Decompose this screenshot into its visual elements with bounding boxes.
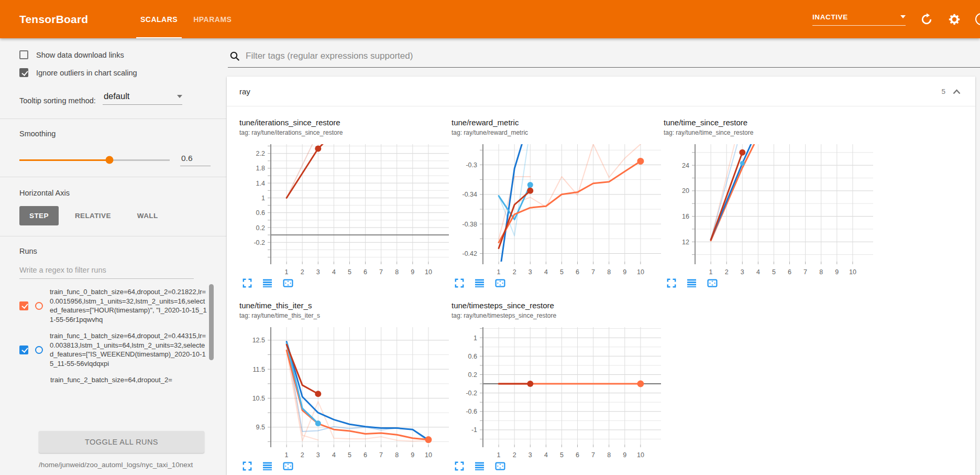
horizontal-axis-label: Horizontal Axis <box>19 189 211 197</box>
axis-option-relative[interactable]: RELATIVE <box>65 206 121 225</box>
run-row-train-func-0[interactable]: train_func_0_batch_size=64,dropout_2=0.2… <box>19 287 208 324</box>
help-icon[interactable] <box>975 13 980 25</box>
expand-chart-icon[interactable] <box>242 278 252 288</box>
svg-text:7: 7 <box>591 451 595 459</box>
chart-actions <box>452 461 664 471</box>
tab-hparams[interactable]: HPARAMS <box>185 0 239 38</box>
ignore-outliers-checkbox-row[interactable]: Ignore outliers in chart scaling <box>19 68 211 77</box>
chart-title: tune/time_this_iter_s <box>239 301 452 310</box>
runs-filter-input[interactable] <box>19 262 194 279</box>
line-chart[interactable]: 1234567891010.60.2-0.2-0.6-1 <box>452 324 665 459</box>
svg-text:12: 12 <box>682 239 689 246</box>
svg-text:12.5: 12.5 <box>252 337 265 344</box>
svg-text:-0.3: -0.3 <box>466 161 477 169</box>
fit-domain-icon[interactable] <box>282 461 294 471</box>
expand-chart-icon[interactable] <box>242 461 252 471</box>
settings-gear-icon[interactable] <box>948 13 961 26</box>
chart-card: tune/time_this_iter_s tag: ray/tune/time… <box>239 301 452 471</box>
card-header[interactable]: ray 5 <box>227 77 975 106</box>
fit-domain-icon[interactable] <box>282 278 294 288</box>
run-selector-icon[interactable] <box>686 278 697 288</box>
main-content: ray 5 tune/iterations_since_restore tag:… <box>226 38 980 475</box>
chart-tag: tag: ray/tune/time_this_iter_s <box>239 312 452 319</box>
svg-text:5: 5 <box>348 451 351 459</box>
svg-text:2: 2 <box>301 451 304 459</box>
chart-card: tune/reward_metric tag: ray/tune/reward_… <box>452 118 664 288</box>
chevron-down-icon <box>177 95 182 98</box>
line-chart[interactable]: 1234567891024201612 <box>664 141 877 276</box>
expand-chart-icon[interactable] <box>666 278 677 288</box>
run-color-circle[interactable] <box>35 346 43 354</box>
chart-actions <box>239 461 452 471</box>
smoothing-slider-thumb[interactable] <box>106 156 114 164</box>
chart-title: tune/time_since_restore <box>664 118 876 127</box>
chevron-up-icon[interactable] <box>952 88 961 95</box>
chart-card: tune/time_since_restore tag: ray/tune/ti… <box>664 118 876 288</box>
chart-actions <box>239 278 452 288</box>
run-name: train_func_1_batch_size=64,dropout_2=0.4… <box>50 331 208 368</box>
smoothing-value-field[interactable]: 0.6 <box>180 154 211 166</box>
svg-text:2: 2 <box>301 268 304 276</box>
runs-scrollbar[interactable] <box>209 284 214 360</box>
svg-text:10.5: 10.5 <box>252 395 265 402</box>
reload-icon[interactable] <box>920 13 933 26</box>
svg-text:11.5: 11.5 <box>253 366 265 373</box>
run-selector-icon[interactable] <box>474 278 485 288</box>
toggle-all-runs-button[interactable]: TOGGLE ALL RUNS <box>39 431 204 453</box>
svg-text:0.6: 0.6 <box>468 353 477 360</box>
svg-text:10: 10 <box>637 268 644 276</box>
fit-domain-icon[interactable] <box>707 278 718 288</box>
show-download-links-checkbox-row[interactable]: Show data download links <box>19 50 211 59</box>
svg-text:7: 7 <box>803 268 807 276</box>
chart-actions <box>664 278 876 288</box>
show-download-links-label: Show data download links <box>36 51 124 59</box>
reload-status-dropdown[interactable]: INACTIVE <box>812 13 906 26</box>
run-color-circle[interactable] <box>35 302 43 310</box>
svg-text:9: 9 <box>623 268 626 276</box>
chart-tag: tag: ray/tune/time_since_restore <box>664 129 876 136</box>
line-chart[interactable]: 12345678910-0.3-0.34-0.38-0.42 <box>452 141 665 276</box>
chevron-down-icon <box>900 15 906 18</box>
tag-filter-input[interactable] <box>246 51 980 61</box>
svg-text:3: 3 <box>528 451 532 459</box>
svg-text:2: 2 <box>513 268 516 276</box>
run-selector-icon[interactable] <box>262 461 273 471</box>
smoothing-slider[interactable] <box>19 159 170 161</box>
fit-domain-icon[interactable] <box>494 278 506 288</box>
svg-text:2: 2 <box>513 451 516 459</box>
run-selector-icon[interactable] <box>262 278 273 288</box>
run-checkbox[interactable] <box>19 301 28 310</box>
runs-section: Runs train_func_0_batch_size=64,dropout_… <box>0 236 226 475</box>
run-selector-icon[interactable] <box>474 461 485 471</box>
svg-text:0.2: 0.2 <box>468 371 477 379</box>
svg-text:3: 3 <box>528 268 532 276</box>
card-title: ray <box>239 87 941 96</box>
axis-option-wall[interactable]: WALL <box>127 206 168 225</box>
run-row-train-func-1[interactable]: train_func_1_batch_size=64,dropout_2=0.4… <box>19 331 208 368</box>
run-checkbox[interactable] <box>19 346 28 354</box>
svg-text:4: 4 <box>544 451 548 459</box>
line-chart[interactable]: 123456789102.21.81.410.60.2-0.2 <box>239 141 453 276</box>
sidebar: Show data download links Ignore outliers… <box>0 38 226 475</box>
toggle-all-wrap: TOGGLE ALL RUNS <box>19 430 226 453</box>
svg-text:0.6: 0.6 <box>256 209 265 217</box>
fit-domain-icon[interactable] <box>494 461 506 471</box>
svg-text:7: 7 <box>591 268 595 276</box>
svg-text:9: 9 <box>623 451 626 459</box>
svg-text:0.2: 0.2 <box>256 224 265 232</box>
tooltip-sorting-select[interactable]: default <box>103 91 182 105</box>
svg-text:24: 24 <box>682 162 689 169</box>
show-download-links-checkbox[interactable] <box>19 50 28 59</box>
expand-chart-icon[interactable] <box>454 461 465 471</box>
tab-hparams-label: HPARAMS <box>193 15 232 24</box>
expand-chart-icon[interactable] <box>454 278 465 288</box>
tab-scalars[interactable]: SCALARS <box>133 0 185 38</box>
chart-title: tune/iterations_since_restore <box>239 118 452 127</box>
axis-option-step[interactable]: STEP <box>19 206 59 225</box>
svg-text:3: 3 <box>741 268 744 276</box>
run-row-train-func-2[interactable]: train_func_2_batch_size=64,dropout_2= <box>50 375 226 385</box>
ignore-outliers-checkbox[interactable] <box>19 68 28 77</box>
logdir-path: /home/junweid/zoo_automl_logs/nyc_taxi_1… <box>19 453 226 475</box>
page-layout: Show data download links Ignore outliers… <box>0 38 980 475</box>
line-chart[interactable]: 1234567891012.511.510.59.5 <box>239 324 453 459</box>
